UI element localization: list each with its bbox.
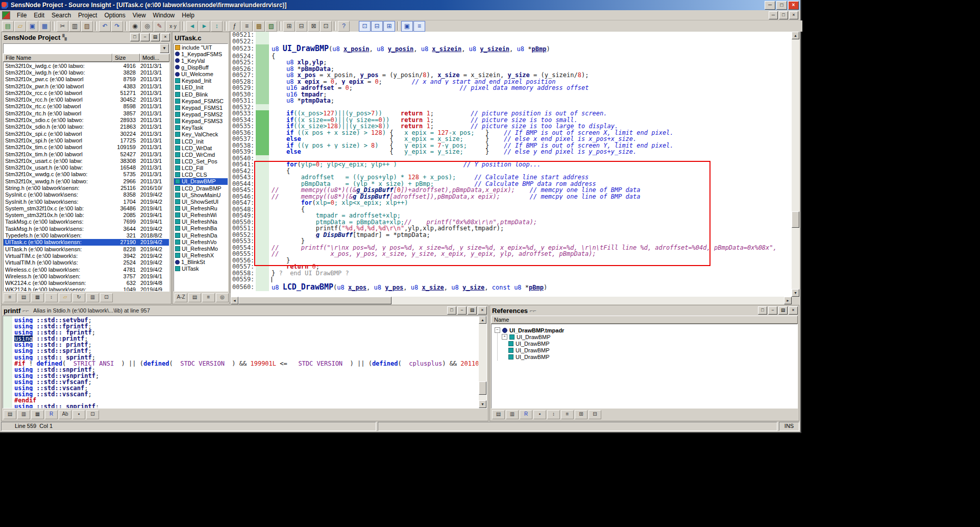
context-window-toggle-icon[interactable]: ⊡ bbox=[359, 21, 371, 32]
undo-icon[interactable]: ↶ bbox=[99, 21, 111, 32]
open-file-icon[interactable]: ▱ bbox=[14, 21, 26, 32]
panel-close-button[interactable]: × bbox=[789, 306, 798, 315]
scroll-down-icon[interactable]: ▼ bbox=[792, 289, 799, 297]
context-code-view[interactable]: using ::std::setvbuf;using ::std::fprint… bbox=[3, 316, 487, 409]
code-line[interactable]: 00535: if((x_size>128)||(y_size>8)) retu… bbox=[231, 123, 792, 130]
file-row[interactable]: WK2124.c (e:\00 labwork\sensn:6322019/4/… bbox=[4, 280, 169, 286]
context-code-line[interactable]: using ::std::printf; bbox=[14, 336, 478, 342]
symbol-row[interactable]: Keypad_FSMS3 bbox=[174, 118, 228, 125]
file-row[interactable]: Stm32f10x_wwdg.h (e:\00 labwo:29662011/3… bbox=[4, 178, 169, 184]
copy-icon[interactable]: ▥ bbox=[69, 21, 81, 32]
context-code-line[interactable]: using ::std::vfscanf; bbox=[14, 379, 478, 385]
symbol-row[interactable]: LCD_WrDat bbox=[174, 145, 228, 151]
mdi-minimize-button[interactable]: ─ bbox=[769, 11, 778, 19]
file-row[interactable]: SysInit.c (e:\00 labwork\sens:83582019/4… bbox=[4, 191, 169, 198]
code-line[interactable]: 00534: if((x_size==0)||(y_size==0)) retu… bbox=[231, 117, 792, 124]
symbol-row[interactable]: include "UIT bbox=[174, 44, 228, 51]
symbol-row[interactable]: UI_RefreshX bbox=[174, 252, 228, 258]
code-line[interactable]: 00536: if ((x_pos + x_size) > 128) { x_e… bbox=[231, 130, 792, 136]
symbol-row[interactable]: 1_KeypadFSMS bbox=[174, 51, 228, 57]
panel-dock-button[interactable]: □ bbox=[130, 33, 139, 41]
refresh-list-icon[interactable]: ↻ bbox=[72, 293, 85, 302]
file-row[interactable]: Wireless.h (e:\00 labwork\sen:37572019/4… bbox=[4, 273, 169, 279]
context-code-line[interactable]: using ::std::snprintf; bbox=[14, 367, 478, 373]
context-code-line[interactable]: using ::std::vsnprintf; bbox=[14, 373, 478, 379]
symbol-row[interactable]: UITask bbox=[174, 266, 228, 272]
context-code-line[interactable]: using ::std::vsscanf; bbox=[14, 391, 478, 397]
menu-search[interactable]: Search bbox=[48, 11, 75, 20]
split-window-icon[interactable]: ⊠ bbox=[308, 21, 320, 32]
code-line[interactable]: 00524:{ bbox=[231, 53, 792, 60]
code-line[interactable]: 00532: bbox=[231, 104, 792, 111]
code-line[interactable]: 00522: bbox=[231, 38, 792, 45]
go-back-icon[interactable]: ◄ bbox=[186, 21, 198, 32]
context-code-line[interactable]: #if ! defined(__STRICT_ANSI__) || (defin… bbox=[14, 361, 478, 367]
new-file-icon[interactable]: ▤ bbox=[2, 21, 14, 32]
close-button[interactable]: × bbox=[788, 1, 799, 10]
symbol-row[interactable]: UI_RefreshVo bbox=[174, 238, 228, 245]
code-editor[interactable]: 00521:00522:00523:u8 UI_DrawBMP(u8 x_pos… bbox=[230, 32, 799, 304]
symbol-row[interactable]: 1_KeyVal bbox=[174, 57, 228, 64]
save-file-icon[interactable]: ▣ bbox=[27, 21, 38, 32]
code-line[interactable]: 00559: bbox=[231, 276, 792, 283]
code-line[interactable]: 00530: u16 tmpadr; bbox=[231, 91, 792, 98]
horizontal-scroll-thumb[interactable] bbox=[238, 297, 391, 304]
ref-references-icon[interactable]: R bbox=[520, 410, 532, 419]
symbol-window-icon[interactable]: ▧ bbox=[265, 21, 277, 32]
vertical-scroll-thumb[interactable] bbox=[479, 381, 486, 395]
file-row[interactable]: System_stm32f10x.c (e:\00 lab:364862019/… bbox=[4, 205, 169, 211]
doc-types-icon[interactable]: ▩ bbox=[253, 21, 265, 32]
view-list-icon[interactable]: ≡ bbox=[4, 293, 16, 302]
code-line[interactable]: 00537: else { x_epix = x_size; } // else… bbox=[231, 136, 792, 142]
symbol-row[interactable]: UI_RefreshWi bbox=[174, 212, 228, 219]
file-row[interactable]: WK2124.h (e:\00 labwork\sensn:10492019/4… bbox=[4, 286, 169, 292]
pp-doc-view-icon[interactable]: ▤ bbox=[4, 410, 16, 419]
file-row[interactable]: Stm32f10x_sdio.c (e:\00 labwo:289332011/… bbox=[4, 116, 169, 123]
editor-vertical-scrollbar[interactable]: ▲ ▼ bbox=[792, 32, 799, 297]
symbol-row[interactable]: g_DispBuff bbox=[174, 64, 228, 70]
project-panel-header[interactable]: SensNode Project ▚ □−▤× bbox=[2, 32, 171, 42]
save-all-icon[interactable]: ▦ bbox=[39, 21, 51, 32]
file-row[interactable]: Stm32f10x_spi.c (e:\00 labworl302242011/… bbox=[4, 130, 169, 137]
pp-properties-icon[interactable]: ⊡ bbox=[86, 410, 99, 419]
code-line[interactable]: 00527: u8 x_pos = x_posin, y_pos = (y_po… bbox=[231, 72, 792, 79]
title-bar[interactable]: SensNode Project - Source Insight - [UIT… bbox=[0, 0, 800, 10]
expand-icon[interactable]: + bbox=[502, 334, 507, 340]
symbol-row[interactable]: Key_ValCheck bbox=[174, 131, 228, 138]
symbol-row[interactable]: UI_RefreshRu bbox=[174, 205, 228, 211]
tile-windows-icon[interactable]: ⊞ bbox=[283, 21, 295, 32]
code-line[interactable]: 00539: else { y_epix = y_size; } // else… bbox=[231, 149, 792, 155]
menu-window[interactable]: Window bbox=[150, 11, 179, 20]
reference-row[interactable]: +UI_DrawBMP bbox=[502, 333, 797, 340]
view-icons-icon[interactable]: ▦ bbox=[31, 293, 44, 302]
symbol-row[interactable]: UI_RefreshBa bbox=[174, 225, 228, 232]
search-xy-icon[interactable]: x·y bbox=[166, 21, 180, 32]
file-filter-dropdown[interactable]: ▼ bbox=[3, 43, 169, 54]
symbol-row[interactable]: LED_Blink bbox=[174, 91, 228, 98]
file-row[interactable]: Stm32f10x_usart.c (e:\00 labw:383082011/… bbox=[4, 157, 169, 164]
file-row[interactable]: VirtualTIM.h (e:\00 labwork\s:25242019/4… bbox=[4, 259, 169, 266]
file-row[interactable]: Stm32f10x_usart.h (e:\00 labw:165482011/… bbox=[4, 164, 169, 171]
mdi-restore-button[interactable]: □ bbox=[779, 11, 788, 19]
symbol-list-view-icon[interactable]: ≡ bbox=[202, 293, 215, 302]
full-window-icon[interactable]: ⊡ bbox=[320, 21, 332, 32]
column-header[interactable]: Modi... bbox=[140, 54, 169, 62]
code-line[interactable]: 00523:u8 UI_DrawBMP(u8 x_posin, u8 y_pos… bbox=[231, 44, 792, 53]
context-vertical-scrollbar[interactable]: ▲ ▼ bbox=[479, 316, 486, 408]
editor-horizontal-scrollbar[interactable]: ◄ ► bbox=[231, 297, 792, 304]
file-row[interactable]: TaskMsg.c (e:\00 labwork\sens:76992019/4… bbox=[4, 219, 169, 225]
reference-row[interactable]: UI_DrawBMP bbox=[502, 347, 797, 354]
browse-symbols-icon[interactable]: ƒ bbox=[229, 21, 240, 32]
symbol-panel-header[interactable]: UITask.c bbox=[173, 32, 229, 43]
menu-edit[interactable]: Edit bbox=[30, 11, 48, 20]
panel-dock-button[interactable]: □ bbox=[447, 306, 456, 315]
menu-help[interactable]: Help bbox=[178, 11, 198, 20]
panel-close-button[interactable]: × bbox=[478, 306, 487, 315]
symbol-row[interactable]: UI_ShowSetUI bbox=[174, 198, 228, 205]
pp-references-icon[interactable]: R bbox=[45, 410, 58, 419]
paste-icon[interactable]: ▨ bbox=[81, 21, 93, 32]
help-pointer-icon[interactable]: ? bbox=[338, 21, 350, 32]
context-code-line[interactable]: using ::std::setvbuf; bbox=[14, 317, 478, 323]
file-row[interactable]: Stm32f10x_spi.h (e:\00 labworl177252011/… bbox=[4, 137, 169, 143]
symbol-row[interactable]: UI_RefreshNa bbox=[174, 219, 228, 225]
